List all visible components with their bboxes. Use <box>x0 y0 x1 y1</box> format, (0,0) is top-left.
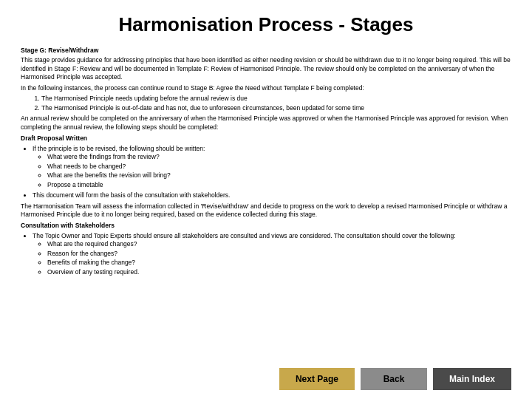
draft-heading: Draft Proposal Written <box>21 134 511 143</box>
list1: The Harmonised Principle needs updating … <box>41 95 511 112</box>
next-page-button[interactable]: Next Page <box>279 368 355 390</box>
list1-item1: The Harmonised Principle needs updating … <box>41 95 511 103</box>
para2: In the following instances, the process … <box>21 84 511 92</box>
consult-sub2: Reason for the changes? <box>47 250 511 258</box>
consult-sublist: What are the required changes? Reason fo… <box>47 240 511 276</box>
consult-intro: The Topic Owner and Topic Experts should… <box>33 232 511 276</box>
draft-intro: If the principle is to be revised, the f… <box>33 145 511 189</box>
para1: This stage provides guidance for address… <box>21 56 511 81</box>
main-index-button[interactable]: Main Index <box>433 368 511 390</box>
main-content: Stage G: Revise/Withdraw This stage prov… <box>21 44 511 364</box>
list1-item2: The Harmonised Principle is out-of-date … <box>41 104 511 112</box>
draft-sub4: Propose a timetable <box>47 181 511 189</box>
draft-list: If the principle is to be revised, the f… <box>33 145 511 200</box>
page-title: Harmonisation Process - Stages <box>21 13 511 36</box>
draft-sub3: What are the benefits the revision will … <box>47 171 511 180</box>
consult-heading: Consultation with Stakeholders <box>21 222 511 230</box>
consult-sub3: Benefits of making the change? <box>47 259 511 267</box>
draft-sub2: What needs to be changed? <box>47 163 511 171</box>
consult-list: The Topic Owner and Topic Experts should… <box>33 232 511 276</box>
stage-heading: Stage G: Revise/Withdraw <box>21 47 511 55</box>
footer-buttons: Next Page Back Main Index <box>21 364 511 392</box>
para3: An annual review should be completed on … <box>21 115 511 132</box>
para4: The Harmonisation Team will assess the i… <box>21 202 511 219</box>
consult-sub4: Overview of any testing required. <box>47 268 511 276</box>
back-button[interactable]: Back <box>361 368 427 390</box>
consult-sub1: What are the required changes? <box>47 240 511 248</box>
draft-bullet2: This document will form the basis of the… <box>33 191 511 200</box>
draft-sub1: What were the findings from the review? <box>47 153 511 161</box>
page-container: Harmonisation Process - Stages Stage G: … <box>0 0 532 399</box>
draft-sublist: What were the findings from the review? … <box>47 153 511 189</box>
